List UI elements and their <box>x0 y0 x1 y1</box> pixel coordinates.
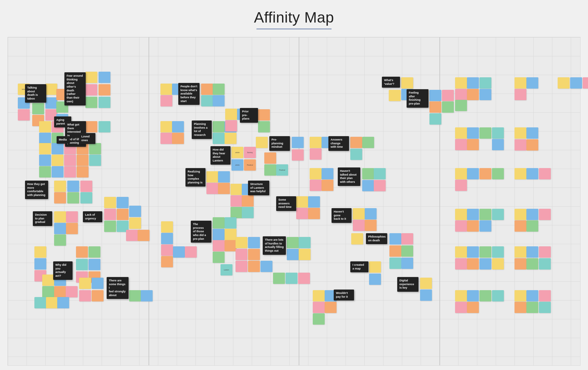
divider-3 <box>439 37 440 365</box>
note <box>46 297 58 308</box>
note: Practical <box>244 159 256 171</box>
note <box>225 217 236 229</box>
note <box>455 302 467 313</box>
note <box>514 302 526 313</box>
note <box>492 258 504 270</box>
note <box>67 192 79 203</box>
label-some-things: There aresome things Ifeel stronglyabout <box>107 277 129 299</box>
label-what-value: What's'value'? <box>382 77 400 88</box>
note <box>526 220 538 232</box>
note <box>365 220 377 231</box>
label-havent-gone-back: Haven'tgoneback to it <box>332 208 352 223</box>
note <box>526 209 538 220</box>
note <box>539 302 551 313</box>
note <box>45 97 57 109</box>
label-philosophies: Philosophieson death <box>366 233 387 244</box>
note <box>242 195 254 207</box>
label-answers-change: Answerschangewith time <box>328 136 349 151</box>
label-feeling-after: Feelingafterfinishingpre-plan <box>407 89 428 108</box>
note <box>213 217 225 229</box>
note <box>467 127 479 139</box>
note <box>479 246 491 258</box>
note <box>539 258 551 270</box>
note <box>322 180 333 191</box>
note <box>264 164 276 176</box>
note <box>67 181 79 192</box>
note <box>514 220 526 232</box>
note <box>539 290 551 301</box>
note: Earning <box>244 147 256 158</box>
note <box>66 223 78 234</box>
note <box>287 249 299 260</box>
note <box>514 209 526 220</box>
note <box>455 209 467 220</box>
note <box>160 84 172 95</box>
note <box>292 137 304 148</box>
note <box>117 209 129 220</box>
note <box>514 168 526 179</box>
note <box>39 121 51 132</box>
note <box>455 180 467 191</box>
note <box>236 261 247 272</box>
note <box>455 89 467 100</box>
note <box>54 211 66 223</box>
note <box>374 168 386 179</box>
affinity-map[interactable]: Talkingaboutdeath istaboo Fear aroundthi… <box>8 37 580 366</box>
label-havent-talked: Haven'ttalked abouttheir planwith others <box>338 167 360 186</box>
note: article <box>231 159 243 171</box>
note <box>213 84 225 95</box>
note: Lantern <box>220 264 232 275</box>
note <box>225 229 236 240</box>
note <box>539 168 551 179</box>
note <box>248 261 260 272</box>
note <box>264 152 276 164</box>
note <box>66 211 78 223</box>
note <box>77 166 89 177</box>
note <box>526 302 538 313</box>
note <box>479 290 491 301</box>
note <box>467 209 479 220</box>
note <box>76 246 88 258</box>
note <box>492 246 504 258</box>
note <box>173 246 185 258</box>
label-lack-urgency: Lack ofurgency <box>83 211 102 222</box>
note <box>362 137 374 148</box>
note <box>218 183 230 194</box>
note <box>34 258 46 270</box>
note <box>374 180 386 191</box>
note <box>299 237 311 248</box>
note <box>514 290 526 301</box>
note <box>129 218 141 229</box>
note <box>313 302 325 313</box>
note <box>248 249 260 260</box>
note <box>129 290 141 301</box>
note <box>161 233 173 244</box>
note <box>161 256 173 267</box>
note <box>213 133 225 144</box>
note <box>34 246 46 258</box>
note <box>442 101 454 113</box>
note <box>313 313 325 325</box>
note <box>129 206 141 217</box>
note <box>429 113 441 125</box>
note <box>514 89 526 100</box>
note <box>89 246 100 258</box>
note <box>76 259 88 270</box>
note <box>526 258 538 270</box>
note <box>34 297 46 308</box>
note <box>296 208 308 219</box>
note <box>160 121 172 132</box>
note <box>389 245 401 257</box>
note <box>479 258 491 270</box>
note <box>492 127 504 139</box>
note <box>80 181 92 192</box>
note <box>117 197 129 208</box>
note <box>172 133 184 144</box>
note <box>172 121 184 132</box>
note <box>455 77 467 89</box>
note <box>54 181 66 192</box>
note <box>206 183 218 194</box>
note <box>141 290 153 301</box>
note <box>57 297 69 308</box>
note <box>308 208 320 219</box>
